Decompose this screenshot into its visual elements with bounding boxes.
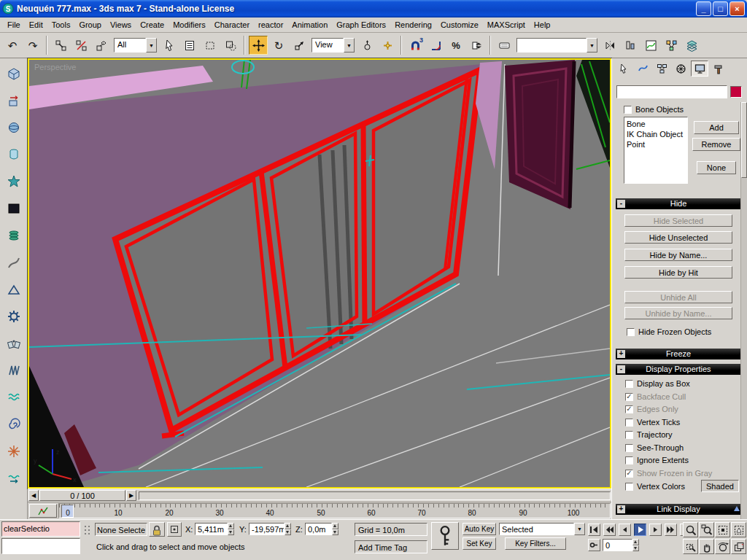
left-tool-button-11[interactable]	[3, 332, 25, 354]
add-category-button[interactable]: Add	[694, 121, 739, 134]
pan-button[interactable]	[699, 539, 714, 554]
menu-animation[interactable]: Animation	[287, 19, 332, 31]
listener-splitter[interactable]	[83, 524, 92, 537]
menu-graph-editors[interactable]: Graph Editors	[332, 19, 390, 31]
minimize-button[interactable]: _	[696, 1, 711, 16]
show-frozen-in-gray-row[interactable]: ✓ Show Frozen in Gray	[625, 469, 712, 478]
list-item[interactable]: IK Chain Object	[627, 129, 685, 139]
mini-curve-editor-button[interactable]	[29, 504, 57, 518]
hide-frozen-checkbox[interactable]	[627, 328, 635, 336]
shaded-button[interactable]: Shaded	[701, 480, 739, 492]
unlink-selection-button[interactable]	[71, 36, 90, 55]
left-tool-button-6[interactable]	[3, 197, 25, 219]
window-crossing-toggle-button[interactable]	[221, 36, 240, 55]
display-as-box-checkbox[interactable]	[625, 380, 633, 388]
maxscript-mini-listener-macro[interactable]: clearSelectio	[1, 521, 80, 537]
rollout-link-display[interactable]: + Link Display	[616, 504, 741, 515]
align-button[interactable]	[621, 36, 640, 55]
left-tool-button-5[interactable]	[3, 170, 25, 192]
left-tool-button-1[interactable]	[3, 62, 25, 85]
next-key-button[interactable]	[665, 524, 677, 536]
unhide-all-button[interactable]: Unhide All	[624, 291, 732, 303]
left-tool-button-13[interactable]	[3, 386, 25, 408]
vertex-ticks-checkbox[interactable]	[625, 419, 633, 427]
select-and-link-button[interactable]	[51, 36, 70, 55]
redo-button[interactable]: ↷	[23, 36, 42, 55]
y-value[interactable]: -19,597m	[249, 523, 285, 535]
chevron-down-icon[interactable]: ▼	[574, 523, 585, 535]
set-key-button[interactable]: Set Key	[462, 537, 496, 550]
tab-motion[interactable]	[672, 61, 689, 77]
chevron-down-icon[interactable]: ▼	[587, 38, 597, 52]
category-listbox[interactable]: Bone IK Chain Object Point	[624, 117, 688, 184]
ignore-extents-checkbox[interactable]	[625, 456, 633, 464]
time-slider-track[interactable]	[139, 491, 611, 500]
min-max-toggle-button[interactable]	[731, 539, 746, 554]
time-slider-right-arrow[interactable]: ▶	[126, 490, 136, 501]
list-item[interactable]: Bone	[627, 119, 685, 129]
x-value[interactable]: 5,411m	[195, 523, 228, 535]
chevron-down-icon[interactable]: ▼	[344, 38, 355, 52]
hide-selected-button[interactable]: Hide Selected	[624, 214, 732, 227]
trajectory-checkbox[interactable]	[625, 431, 633, 439]
left-tool-button-14[interactable]	[3, 413, 25, 435]
collapse-icon[interactable]: -	[617, 200, 625, 208]
bone-objects-checkbox-row[interactable]: Bone Objects	[624, 105, 684, 114]
x-spinner[interactable]	[228, 523, 234, 535]
left-tool-button-8[interactable]	[3, 251, 25, 273]
title-bar[interactable]: S Neuquén 777.max - 3ds max 7 - Stand-al…	[0, 0, 747, 18]
none-category-button[interactable]: None	[697, 161, 736, 174]
list-item[interactable]: Point	[627, 139, 685, 149]
vertex-ticks-row[interactable]: Vertex Ticks	[625, 418, 680, 427]
menu-group[interactable]: Group	[74, 19, 106, 31]
select-and-move-button[interactable]	[249, 36, 268, 55]
schematic-view-button[interactable]	[662, 36, 681, 55]
selection-filter-dropdown[interactable]: All ▼	[114, 38, 157, 52]
rollout-hide[interactable]: - Hide	[616, 198, 741, 209]
key-mode-toggle-button[interactable]	[588, 539, 600, 551]
bone-objects-checkbox[interactable]	[624, 106, 632, 114]
frame-value[interactable]: 0	[603, 539, 632, 551]
menu-character[interactable]: Character	[210, 19, 254, 31]
left-tool-button-10[interactable]	[3, 305, 25, 327]
select-and-manipulate-button[interactable]	[378, 36, 397, 55]
track-bar-scale[interactable]: 0 10 20 30 40 50 60 70 80 90 100	[58, 503, 611, 518]
menu-edit[interactable]: Edit	[25, 19, 47, 31]
angle-snap-button[interactable]	[426, 36, 445, 55]
z-coordinate-field[interactable]: 0,0m	[305, 523, 338, 535]
curve-editor-button[interactable]	[641, 36, 660, 55]
remove-category-button[interactable]: Remove	[692, 138, 740, 151]
tab-hierarchy[interactable]	[653, 61, 670, 77]
zoom-button[interactable]	[683, 522, 698, 537]
z-spinner[interactable]	[332, 523, 338, 535]
chevron-down-icon[interactable]: ▼	[146, 38, 157, 52]
use-pivot-point-button[interactable]	[357, 36, 376, 55]
absolute-offset-mode-toggle[interactable]	[167, 522, 182, 537]
left-tool-button-15[interactable]	[3, 440, 25, 462]
hide-by-hit-button[interactable]: Hide by Hit	[624, 266, 732, 279]
menu-views[interactable]: Views	[106, 19, 136, 31]
left-tool-button-2[interactable]	[3, 89, 25, 112]
menu-maxscript[interactable]: MAXScript	[483, 19, 530, 31]
bind-to-space-warp-button[interactable]	[92, 36, 111, 55]
tab-create[interactable]	[615, 61, 632, 77]
select-object-button[interactable]	[160, 36, 179, 55]
panel-scrollbar[interactable]	[740, 102, 747, 519]
panel-scrollbar-thumb[interactable]	[741, 102, 747, 178]
viewport-label[interactable]: Perspective	[34, 63, 76, 71]
edges-only-checkbox[interactable]: ✓	[625, 405, 633, 413]
tab-display[interactable]	[691, 61, 708, 77]
hide-unselected-button[interactable]: Hide Unselected	[624, 231, 732, 244]
maxscript-mini-listener[interactable]	[1, 538, 80, 554]
see-through-checkbox[interactable]	[625, 444, 633, 452]
play-button[interactable]	[634, 524, 646, 536]
perspective-viewport[interactable]: z x y Perspective	[28, 58, 611, 489]
object-color-swatch[interactable]	[730, 86, 742, 98]
left-tool-button-4[interactable]	[3, 143, 25, 166]
expand-icon[interactable]: +	[617, 350, 625, 358]
close-button[interactable]: ×	[729, 1, 745, 16]
menu-customize[interactable]: Customize	[436, 19, 483, 31]
auto-key-button[interactable]: Auto Key	[462, 523, 496, 535]
left-tool-button-7[interactable]	[3, 224, 25, 246]
frame-spinner[interactable]	[632, 539, 639, 551]
